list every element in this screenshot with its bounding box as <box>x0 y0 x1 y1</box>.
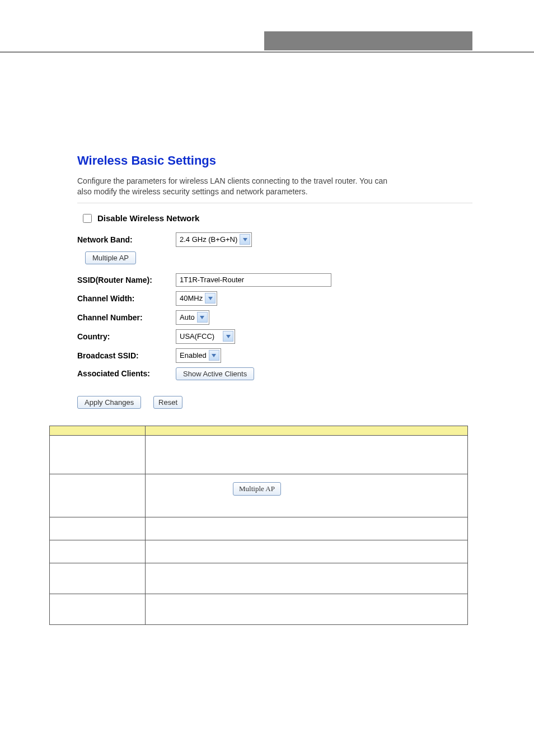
country-row: Country: USA(FCC) <box>77 329 472 344</box>
multiple-ap-button-table[interactable]: Multiple AP <box>233 482 281 496</box>
page-description: Configure the parameters for wireless LA… <box>77 176 472 197</box>
table-cell-desc <box>146 540 468 563</box>
header-bar <box>0 31 534 53</box>
associated-clients-row: Associated Clients: Show Active Clients <box>77 367 472 380</box>
channel-width-label: Channel Width: <box>77 294 176 303</box>
channel-number-value: Auto <box>180 313 196 321</box>
network-band-row: Network Band: 2.4 GHz (B+G+N) <box>77 232 472 247</box>
country-label: Country: <box>77 332 176 341</box>
channel-width-value: 40MHz <box>180 294 204 302</box>
table-cell-param <box>50 435 146 474</box>
table-row <box>50 435 468 474</box>
table-cell-desc <box>146 435 468 474</box>
multiple-ap-row: Multiple AP <box>77 251 472 264</box>
table-row <box>50 563 468 594</box>
table-cell-param <box>50 517 146 540</box>
multiple-ap-button[interactable]: Multiple AP <box>85 251 136 264</box>
table-row-multiap: Multiple AP <box>50 474 468 517</box>
table-cell-param <box>50 474 146 517</box>
page-content: Wireless Basic Settings Configure the pa… <box>77 153 472 625</box>
table-header-row <box>50 426 468 435</box>
table-cell-desc <box>146 563 468 594</box>
table-header-param <box>50 426 146 435</box>
table-cell-param <box>50 594 146 624</box>
action-buttons-row: Apply Changes Reset <box>77 396 472 409</box>
network-band-select[interactable]: 2.4 GHz (B+G+N) <box>176 232 252 247</box>
table-cell-multiap: Multiple AP <box>146 474 468 517</box>
network-band-value: 2.4 GHz (B+G+N) <box>180 235 238 244</box>
broadcast-ssid-select[interactable]: Enabled <box>176 348 221 363</box>
broadcast-ssid-row: Broadcast SSID: Enabled <box>77 348 472 363</box>
parameter-table: Multiple AP <box>49 426 468 625</box>
table-row <box>50 517 468 540</box>
chevron-down-icon <box>205 293 216 304</box>
disable-wireless-row: Disable Wireless Network <box>77 212 472 225</box>
header-grey-block <box>264 31 472 50</box>
table-row <box>50 540 468 563</box>
reset-button[interactable]: Reset <box>153 396 182 409</box>
channel-width-row: Channel Width: 40MHz <box>77 291 472 306</box>
channel-number-select[interactable]: Auto <box>176 310 209 325</box>
apply-changes-button[interactable]: Apply Changes <box>77 396 141 409</box>
network-band-label: Network Band: <box>77 235 176 244</box>
ssid-input[interactable]: 1T1R-Travel-Router <box>176 273 331 287</box>
separator <box>77 203 472 203</box>
channel-number-label: Channel Number: <box>77 313 176 322</box>
table-cell-desc <box>146 594 468 624</box>
country-value: USA(FCC) <box>180 332 216 340</box>
page-title: Wireless Basic Settings <box>77 153 472 168</box>
ssid-label: SSID(Router Name): <box>77 276 176 284</box>
country-select[interactable]: USA(FCC) <box>176 329 235 344</box>
table-header-desc <box>146 426 468 435</box>
table-row <box>50 594 468 624</box>
associated-clients-label: Associated Clients: <box>77 369 176 378</box>
table-cell-desc <box>146 517 468 540</box>
channel-number-row: Channel Number: Auto <box>77 310 472 325</box>
chevron-down-icon <box>209 350 219 361</box>
chevron-down-icon <box>223 331 233 342</box>
chevron-down-icon <box>197 312 208 323</box>
broadcast-ssid-label: Broadcast SSID: <box>77 351 176 360</box>
settings-form: Disable Wireless Network Network Band: 2… <box>77 212 472 409</box>
table-cell-param <box>50 563 146 594</box>
channel-width-select[interactable]: 40MHz <box>176 291 217 306</box>
table-cell-param <box>50 540 146 563</box>
chevron-down-icon <box>240 234 250 245</box>
ssid-row: SSID(Router Name): 1T1R-Travel-Router <box>77 273 472 287</box>
broadcast-ssid-value: Enabled <box>180 351 208 360</box>
disable-wireless-checkbox[interactable] <box>83 214 92 223</box>
show-active-clients-button[interactable]: Show Active Clients <box>176 367 254 380</box>
disable-wireless-label: Disable Wireless Network <box>97 213 199 223</box>
